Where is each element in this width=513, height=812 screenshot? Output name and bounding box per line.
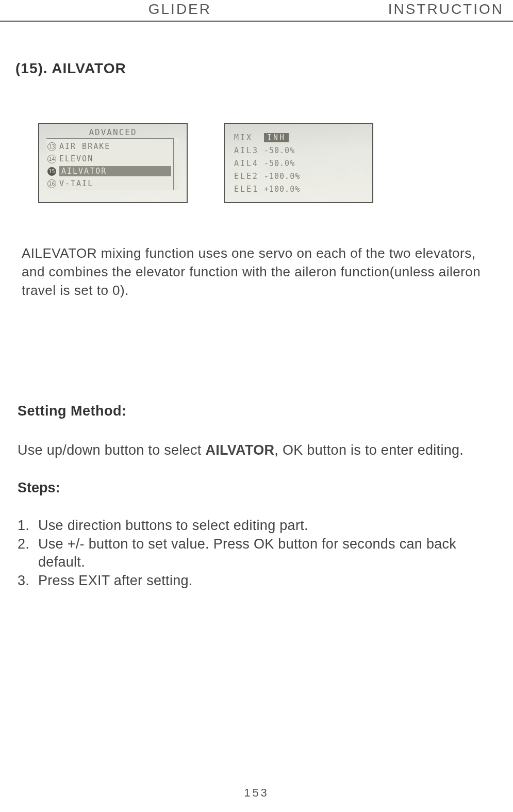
header-left: GLIDER [0,1,217,18]
lcd-value-badge: INH [264,133,289,142]
step-number: 3. [18,572,38,590]
lcd-value: -50.0% [264,159,295,168]
intro-paragraph: AILEVATOR mixing function uses one servo… [22,244,493,300]
step-item: 2. Use +/- button to set value. Press OK… [18,535,498,572]
method-text-bold: AILVATOR [205,442,274,458]
steps-list: 1. Use direction buttons to select editi… [18,517,498,590]
lcd-item-number-icon: 13 [47,142,56,151]
lcd-item-label: AILVATOR [59,166,171,176]
lcd-value-row: AIL4 -50.0% [234,157,372,170]
page-body: (15). AILVATOR ADVANCED 13 AIR BRAKE 14 … [0,22,513,590]
step-item: 3. Press EXIT after setting. [18,572,498,590]
lcd-menu-body: 13 AIR BRAKE 14 ELEVON 15 AILVATOR 16 V-… [46,138,179,190]
lcd-value: +100.0% [264,185,300,194]
lcd-value-label: ELE2 [234,172,264,181]
page-header: GLIDER INSTRUCTION [0,0,513,22]
lcd-value-row: ELE1 +100.0% [234,183,372,195]
lcd-item-label: V-TAIL [59,179,93,188]
section-title: (15). AILVATOR [15,60,498,77]
steps-heading: Steps: [18,480,498,496]
lcd-value-label: ELE1 [234,185,264,194]
lcd-value-label: AIL3 [234,146,264,155]
lcd-menu-item: 13 AIR BRAKE [46,140,173,153]
lcd-value: -100.0% [264,172,300,181]
lcd-screen-menu: ADVANCED 13 AIR BRAKE 14 ELEVON 15 AILVA… [38,123,188,203]
method-heading: Setting Method: [18,403,498,419]
step-text: Use direction buttons to select editing … [38,517,498,535]
lcd-menu-item: 16 V-TAIL [46,177,173,190]
lcd-value-label: MIX [234,133,264,142]
lcd-value-row: MIX INH [234,131,372,144]
method-text-pre: Use up/down button to select [18,442,205,458]
step-number: 1. [18,517,38,535]
step-number: 2. [18,535,38,572]
lcd-values-list: MIX INH AIL3 -50.0% AIL4 -50.0% ELE2 -10… [225,124,372,195]
lcd-screen-values: MIX INH AIL3 -50.0% AIL4 -50.0% ELE2 -10… [224,123,373,203]
lcd-value-label: AIL4 [234,159,264,168]
lcd-item-number-icon: 14 [47,155,56,163]
lcd-menu-item-selected: 15 AILVATOR [46,165,173,177]
step-text: Use +/- button to set value. Press OK bu… [38,535,498,572]
method-text-post: , OK button is to enter editing. [274,442,464,458]
lcd-item-label: AIR BRAKE [59,142,110,151]
lcd-item-number-icon: 16 [47,179,56,188]
method-block: Setting Method: Use up/down button to se… [18,403,498,590]
step-text: Press EXIT after setting. [38,572,498,590]
lcd-menu-item: 14 ELEVON [46,153,173,165]
lcd-menu-list: 13 AIR BRAKE 14 ELEVON 15 AILVATOR 16 V-… [46,138,174,190]
lcd-value: -50.0% [264,146,295,155]
lcd-item-number-icon: 15 [47,167,56,176]
page-number: 153 [0,786,513,800]
lcd-menu-title: ADVANCED [39,124,187,138]
header-right: INSTRUCTION [217,1,513,18]
lcd-value-row: ELE2 -100.0% [234,170,372,183]
lcd-item-label: ELEVON [59,154,93,163]
lcd-screens-row: ADVANCED 13 AIR BRAKE 14 ELEVON 15 AILVA… [38,123,498,203]
step-item: 1. Use direction buttons to select editi… [18,517,498,535]
method-paragraph: Use up/down button to select AILVATOR, O… [18,441,498,459]
lcd-value-row: AIL3 -50.0% [234,144,372,157]
